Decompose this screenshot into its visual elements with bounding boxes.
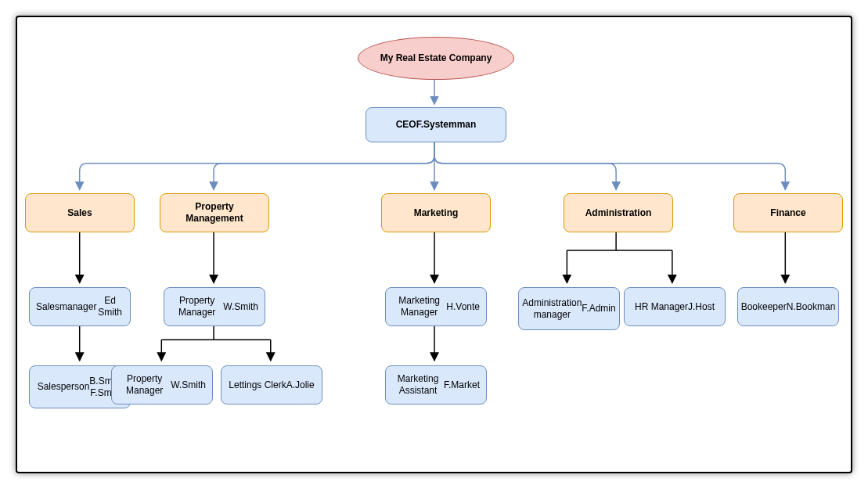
person-title: Property Manager — [118, 373, 171, 397]
ceo-node: CEO F.Systemman — [366, 107, 506, 142]
lettings-clerk-node: Lettings Clerk A.Jolie — [221, 365, 322, 405]
dept-admin: Administration — [564, 193, 673, 232]
dept-label: Property Management — [185, 201, 243, 225]
person-title: Salesperson — [38, 381, 90, 393]
person-name: W.Smith — [223, 301, 258, 313]
person-name: N.Bookman — [787, 301, 836, 313]
person-name: F.Market — [444, 379, 480, 391]
dept-label: Sales — [67, 207, 92, 219]
person-name: H.Vonte — [446, 301, 480, 313]
ceo-title: CEO — [396, 119, 416, 131]
marketing-assistant-node: Marketing Assistant F.Market — [385, 365, 487, 405]
person-title: Property Manager — [171, 295, 223, 318]
admin-manager-node: Administration manager F.Admin — [518, 287, 620, 330]
person-name: A.Jolie — [286, 379, 315, 391]
chart-frame: My Real Estate Company CEO F.Systemman S… — [16, 16, 852, 473]
dept-finance: Finance — [733, 193, 843, 232]
hr-manager-node: HR Manager J.Host — [624, 287, 726, 326]
org-chart-canvas: My Real Estate Company CEO F.Systemman S… — [0, 0, 868, 489]
person-name: Ed Smith — [96, 295, 124, 318]
person-title: Marketing Assistant — [392, 373, 444, 397]
dept-property: Property Management — [160, 193, 269, 232]
property-manager-node: Property Manager W.Smith — [164, 287, 265, 326]
dept-label: Administration — [585, 207, 652, 219]
property-manager-2-node: Property Manager W.Smith — [111, 365, 213, 405]
person-name: W.Smith — [171, 379, 206, 391]
person-name: J.Host — [688, 301, 715, 313]
marketing-manager-node: Marketing Manager H.Vonte — [385, 287, 487, 326]
person-title: Bookeeper — [741, 301, 787, 313]
dept-sales: Sales — [25, 193, 135, 232]
person-title: Salesmanager — [36, 301, 96, 313]
dept-label: Marketing — [414, 207, 459, 219]
salesmanager-node: Salesmanager Ed Smith — [29, 287, 131, 326]
ceo-name: F.Systemman — [416, 119, 477, 131]
dept-marketing: Marketing — [381, 193, 491, 232]
person-title: Lettings Clerk — [229, 379, 286, 391]
person-title: Marketing Manager — [392, 295, 446, 318]
bookeeper-node: Bookeeper N.Bookman — [737, 287, 839, 326]
person-title: HR Manager — [635, 301, 688, 313]
dept-label: Finance — [770, 207, 805, 219]
person-name: F.Admin — [582, 303, 615, 315]
company-node: My Real Estate Company — [358, 37, 514, 80]
person-title: Administration manager — [522, 297, 582, 321]
